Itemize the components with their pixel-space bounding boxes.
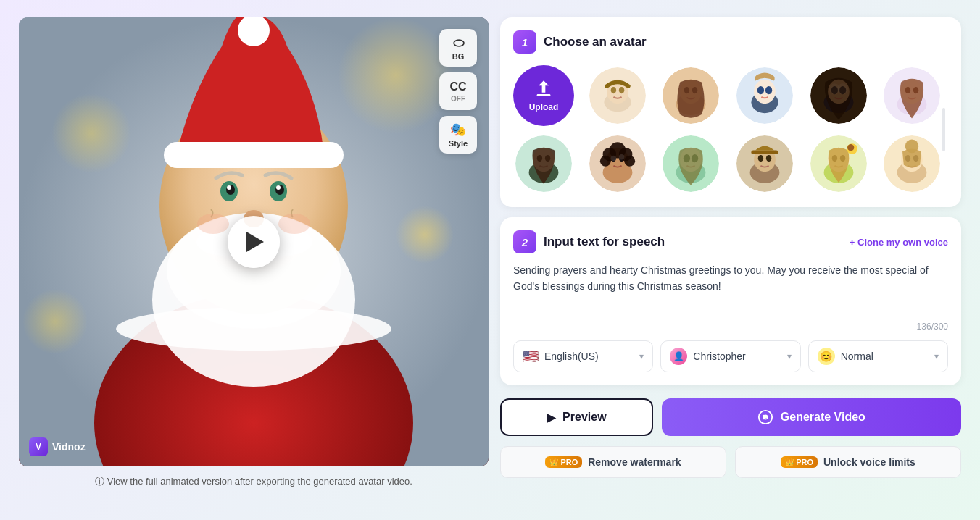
svg-point-4	[22, 289, 88, 354]
mood-icon: 😊	[818, 348, 835, 365]
cc-icon: CC	[449, 80, 466, 93]
avatar-grid-wrapper: Upload	[513, 65, 948, 194]
generate-label: Generate Video	[781, 411, 865, 424]
bg-button[interactable]: ⬭ BG	[439, 29, 477, 67]
avatar-item-5[interactable]	[881, 65, 942, 126]
svg-point-64	[600, 156, 611, 167]
avatar-item-1[interactable]	[587, 65, 648, 126]
play-button[interactable]	[228, 216, 280, 268]
pro-features-row: 👑 PRO Remove watermark 👑 PRO Unlock voic…	[500, 446, 961, 478]
avatar-item-11[interactable]	[881, 133, 942, 194]
svg-point-1	[338, 17, 454, 133]
speech-section: 2 Input text for speech + Clone my own v…	[500, 217, 961, 385]
cc-button[interactable]: CC OFF	[439, 72, 477, 110]
watermark-label: Remove watermark	[588, 456, 681, 468]
char-count: 136/300	[513, 322, 948, 332]
svg-point-21	[197, 214, 229, 234]
bg-icon: ⬭	[453, 35, 464, 51]
style-icon: 🎭	[450, 122, 466, 138]
mood-dropdown[interactable]: 😊 Normal ▾	[808, 340, 948, 372]
step1-badge: 1	[513, 30, 536, 54]
preview-button[interactable]: ▶ Preview	[500, 398, 653, 436]
section2-title: Input text for speech	[544, 235, 665, 249]
svg-point-66	[610, 156, 615, 161]
svg-point-76	[758, 155, 763, 162]
language-dropdown[interactable]: 🇺🇸 English(US) ▾	[513, 340, 653, 372]
svg-point-85	[847, 144, 854, 151]
svg-rect-19	[164, 142, 344, 168]
avatar-item-9[interactable]	[734, 133, 795, 194]
mood-chevron-icon: ▾	[934, 351, 939, 361]
voice-dropdown[interactable]: 👤 Christopher ▾	[660, 340, 800, 372]
language-label: English(US)	[544, 351, 634, 362]
svg-point-37	[757, 86, 764, 94]
preview-label: Preview	[562, 411, 606, 424]
style-button[interactable]: 🎭 Style	[439, 116, 477, 154]
action-buttons-row: ▶ Preview Generate Video	[500, 398, 961, 436]
svg-point-38	[765, 86, 772, 94]
generate-button[interactable]: Generate Video	[662, 398, 961, 436]
upload-icon	[533, 79, 554, 99]
voice-limits-label: Unlock voice limits	[823, 456, 915, 468]
clone-voice-button[interactable]: + Clone my own voice	[850, 237, 948, 248]
svg-point-22	[278, 214, 310, 234]
bg-label: BG	[452, 52, 465, 61]
avatar-item-2[interactable]	[660, 65, 721, 126]
svg-rect-23	[537, 94, 551, 96]
choose-avatar-section: 1 Choose an avatar Upload	[500, 17, 961, 207]
avatar-item-7[interactable]	[587, 133, 648, 194]
svg-point-36	[754, 80, 776, 104]
step2-badge: 2	[513, 230, 536, 253]
svg-point-17	[276, 185, 281, 190]
language-flag: 🇺🇸	[523, 348, 539, 364]
svg-point-91	[905, 140, 919, 154]
svg-point-28	[619, 87, 624, 93]
svg-point-16	[227, 185, 231, 190]
svg-point-65	[624, 156, 635, 167]
voice-label: Christopher	[693, 351, 781, 362]
language-chevron-icon: ▾	[639, 351, 644, 361]
avatar-item-10[interactable]	[808, 133, 869, 194]
avatar-grid: Upload	[513, 65, 948, 194]
avatar-upload-button[interactable]: Upload	[513, 65, 574, 126]
section1-title: Choose an avatar	[544, 35, 647, 49]
cc-label: OFF	[451, 95, 465, 103]
svg-rect-78	[751, 150, 778, 154]
video-player: ⬭ BG CC OFF 🎭 Style V Vidnoz	[19, 17, 489, 466]
video-caption: ⓘ View the full animated version after e…	[19, 472, 489, 491]
dropdowns-row: 🇺🇸 English(US) ▾ 👤 Christopher ▾ 😊 Norma…	[513, 340, 948, 372]
mood-label: Normal	[841, 351, 929, 362]
avatar-item-6[interactable]	[513, 133, 574, 194]
svg-point-3	[396, 206, 454, 264]
clone-voice-label: + Clone my own voice	[850, 237, 948, 248]
svg-point-77	[766, 155, 771, 162]
avatar-item-3[interactable]	[734, 65, 795, 126]
voice-avatar-icon: 👤	[670, 348, 687, 365]
remove-watermark-button[interactable]: 👑 PRO Remove watermark	[500, 446, 726, 478]
svg-point-2	[51, 93, 131, 173]
svg-point-67	[619, 154, 624, 159]
voice-chevron-icon: ▾	[787, 351, 792, 361]
generate-icon	[757, 409, 773, 425]
preview-play-icon: ▶	[547, 411, 555, 424]
play-icon	[246, 232, 264, 252]
upload-label: Upload	[529, 102, 559, 112]
logo-text: Vidnoz	[52, 441, 86, 453]
avatar-item-8[interactable]	[660, 133, 721, 194]
avatar-scrollbar[interactable]	[942, 108, 945, 151]
voice-pro-badge: 👑 PRO	[781, 456, 818, 468]
speech-textarea[interactable]	[513, 262, 948, 314]
unlock-voice-button[interactable]: 👑 PRO Unlock voice limits	[735, 446, 961, 478]
style-label: Style	[449, 139, 468, 148]
avatar-item-4[interactable]	[808, 65, 869, 126]
watermark-pro-badge: 👑 PRO	[545, 456, 582, 468]
svg-point-27	[610, 87, 615, 93]
logo-icon: V	[29, 437, 48, 456]
vidnoz-logo: V Vidnoz	[29, 437, 86, 456]
